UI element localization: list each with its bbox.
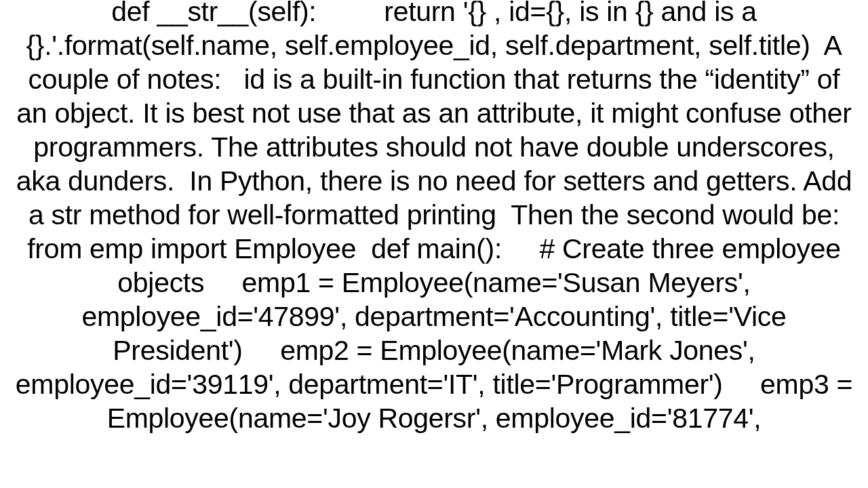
document-content: def __str__(self): return '{} , id={}, i… bbox=[0, 0, 868, 488]
body-text: def __str__(self): return '{} , id={}, i… bbox=[14, 0, 854, 435]
